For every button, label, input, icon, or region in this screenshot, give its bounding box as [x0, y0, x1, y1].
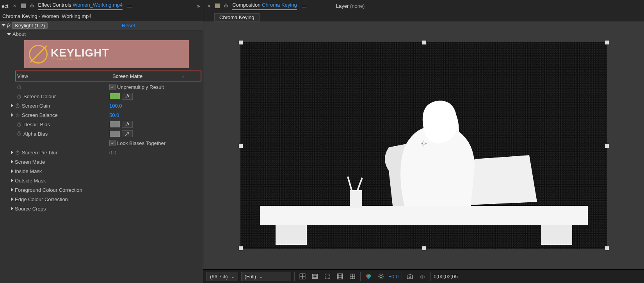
lock-biases-checkbox[interactable]	[109, 140, 116, 146]
transform-handle[interactable]	[238, 143, 243, 148]
chevron-down-icon: ⌄	[231, 274, 235, 279]
twisty-icon[interactable]	[11, 169, 13, 173]
twisty-icon[interactable]	[7, 33, 11, 35]
stopwatch-icon[interactable]	[15, 150, 20, 155]
svg-point-10	[422, 142, 425, 145]
effect-controls-panel: ect × Effect Controls Women_Working.mp4 …	[0, 0, 203, 283]
composition-tab[interactable]: Composition Chroma Keying	[232, 2, 297, 10]
layer-tab[interactable]: Layer (none)	[336, 3, 365, 9]
exposure-icon[interactable]	[376, 272, 386, 281]
eyedropper-icon[interactable]	[122, 93, 133, 100]
matte-frame	[240, 42, 607, 249]
composition-viewer[interactable]	[203, 21, 644, 269]
panel-icon	[21, 4, 26, 8]
twisty-icon[interactable]	[11, 160, 13, 164]
exposure-value[interactable]: +0.0	[389, 274, 399, 279]
group-label: Source Crops	[15, 206, 46, 212]
screen-balance-value[interactable]: 50.0	[109, 112, 119, 118]
despill-bias-swatch[interactable]	[109, 121, 120, 128]
eyedropper-icon[interactable]	[122, 121, 133, 128]
panel-menu-icon[interactable]	[127, 5, 132, 7]
svg-rect-8	[225, 5, 228, 7]
svg-rect-0	[30, 5, 33, 7]
panel-overflow-icon[interactable]: »	[197, 3, 201, 9]
panel-menu-icon[interactable]	[302, 5, 306, 7]
transparency-grid-icon[interactable]	[298, 272, 307, 281]
unpremultiply-label: Unpremultiply Result	[117, 84, 164, 90]
alpha-bias-swatch[interactable]	[109, 130, 120, 137]
screen-gain-label: Screen Gain	[22, 103, 50, 109]
composition-panel: × Composition Chroma Keying Layer (none)…	[203, 0, 644, 283]
separator	[360, 272, 361, 281]
svg-rect-15	[337, 274, 343, 279]
mask-visibility-icon[interactable]	[323, 272, 332, 281]
screen-gain-value[interactable]: 100.0	[109, 103, 122, 109]
grid-icon[interactable]	[348, 272, 357, 281]
chevron-down-icon: ⌄	[181, 74, 185, 79]
chevron-down-icon: ⌄	[259, 274, 263, 279]
svg-point-22	[422, 276, 423, 278]
stopwatch-icon[interactable]	[16, 84, 22, 90]
roi-icon[interactable]	[335, 272, 345, 281]
svg-point-18	[367, 276, 370, 279]
reset-button[interactable]: Reset	[122, 23, 135, 28]
about-label: About	[12, 31, 26, 37]
twisty-icon[interactable]	[11, 207, 13, 210]
stopwatch-icon[interactable]	[15, 103, 20, 108]
twisty-icon[interactable]	[2, 24, 5, 27]
viewer-bottom-toolbar: (66.7%)⌄ (Full)⌄ +0.0 0;00;02;05	[203, 269, 644, 283]
fx-icon[interactable]: fx	[7, 22, 11, 28]
svg-rect-14	[325, 274, 330, 279]
screen-balance-label: Screen Balance	[22, 112, 58, 118]
anchor-point-icon[interactable]	[420, 140, 427, 147]
close-tab-icon[interactable]: ×	[11, 3, 18, 9]
right-tabbar: × Composition Chroma Keying Layer (none)	[203, 0, 644, 12]
transform-handle[interactable]	[605, 246, 609, 251]
channel-icon[interactable]	[364, 272, 373, 281]
stopwatch-icon[interactable]	[16, 94, 22, 99]
transform-handle[interactable]	[238, 246, 243, 251]
safe-zones-icon[interactable]	[310, 272, 320, 281]
twisty-icon[interactable]	[11, 113, 13, 117]
group-label: Outside Mask	[15, 178, 46, 184]
close-tab-icon[interactable]: ×	[205, 3, 213, 9]
transform-handle[interactable]	[605, 40, 609, 45]
transform-handle[interactable]	[238, 40, 243, 45]
twisty-icon[interactable]	[11, 150, 13, 154]
stopwatch-icon[interactable]	[15, 112, 20, 118]
effect-name[interactable]: Keylight (1.2)	[12, 22, 48, 29]
snapshot-icon[interactable]	[405, 272, 415, 281]
screen-preblur-label: Screen Pre-blur	[22, 150, 57, 156]
stopwatch-icon[interactable]	[16, 122, 22, 127]
composition-chip[interactable]: Chroma Keying	[214, 13, 260, 21]
view-dropdown[interactable]: Screen Matte ⌄	[111, 73, 187, 80]
twisty-icon[interactable]	[11, 104, 13, 108]
twisty-icon[interactable]	[11, 188, 13, 192]
transform-handle[interactable]	[605, 143, 609, 148]
transform-handle[interactable]	[422, 246, 427, 251]
svg-rect-9	[350, 190, 362, 208]
separator	[430, 272, 431, 281]
unpremultiply-checkbox[interactable]	[109, 84, 116, 90]
separator	[294, 272, 295, 281]
group-label: Foreground Colour Correction	[15, 187, 82, 193]
alpha-bias-label: Alpha Bias	[23, 131, 48, 137]
svg-rect-13	[313, 275, 317, 278]
stopwatch-icon[interactable]	[16, 131, 22, 136]
panel-icon	[215, 4, 220, 8]
eyedropper-icon[interactable]	[122, 130, 133, 137]
lock-icon[interactable]	[224, 3, 228, 9]
resolution-dropdown[interactable]: (Full)⌄	[241, 272, 291, 281]
effect-controls-tab[interactable]: Effect Controls Women_Working.mp4	[38, 2, 123, 10]
twisty-icon[interactable]	[11, 179, 13, 182]
twisty-icon[interactable]	[11, 197, 13, 201]
zoom-dropdown[interactable]: (66.7%)⌄	[206, 272, 238, 281]
view-row-highlight: View Screen Matte ⌄	[15, 71, 201, 81]
screen-colour-swatch[interactable]	[109, 93, 120, 100]
lock-icon[interactable]	[30, 3, 34, 9]
show-snapshot-icon[interactable]	[418, 272, 427, 281]
screen-preblur-value[interactable]: 0.0	[109, 150, 116, 156]
keylight-logo-text: KEYLIGHT	[51, 48, 109, 58]
transform-handle[interactable]	[422, 40, 427, 45]
timecode-display[interactable]: 0;00;02;05	[434, 274, 457, 279]
